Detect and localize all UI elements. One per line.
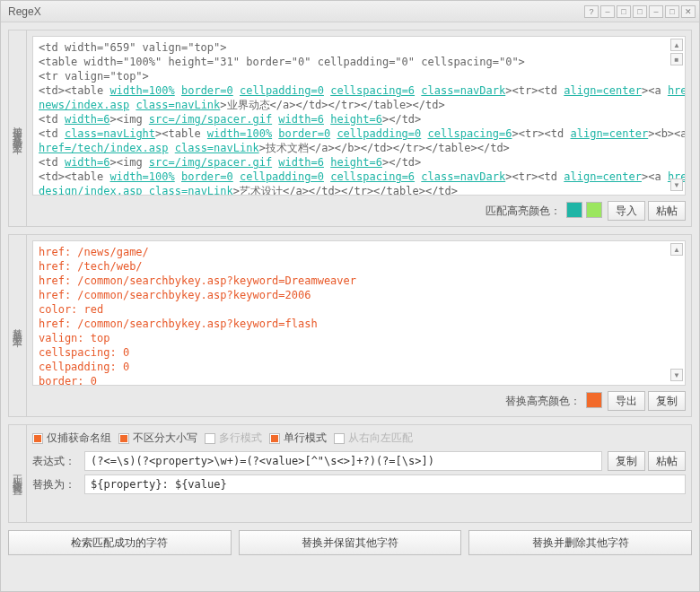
scroll-up-icon[interactable]: ▲ <box>670 243 683 256</box>
output-text-area[interactable]: href: /news/game/href: /tech/web/href: /… <box>32 240 686 386</box>
导出-button[interactable]: 导出 <box>608 391 645 411</box>
output-line: href: /news/game/ <box>39 245 667 259</box>
match-color-label: 匹配高亮颜色： <box>486 204 561 219</box>
color-swatch[interactable] <box>586 202 602 218</box>
replace-label: 替换为： <box>32 477 79 492</box>
app-title: RegeX <box>8 5 41 18</box>
checkbox-icon[interactable] <box>32 433 43 444</box>
settings-panel: 正则表达式设置 仅捕获命名组不区分大小写多行模式单行模式从右向左匹配 表达式： … <box>8 424 692 523</box>
output-side-tab[interactable]: 替换后的文本 <box>9 235 27 416</box>
expression-label: 表达式： <box>32 454 79 469</box>
scroll-mid-icon[interactable]: ■ <box>670 53 683 65</box>
导入-button[interactable]: 导入 <box>608 201 645 221</box>
output-panel: 替换后的文本 href: /news/game/href: /tech/web/… <box>8 234 692 417</box>
window-button[interactable]: □ <box>617 5 631 18</box>
checkbox-icon <box>334 433 345 444</box>
replace-input[interactable] <box>84 474 686 494</box>
output-line: valign: top <box>39 331 667 345</box>
window-button[interactable]: □ <box>633 5 647 18</box>
scroll-down-icon[interactable]: ▼ <box>670 178 683 191</box>
复制-button[interactable]: 复制 <box>608 451 645 471</box>
output-line: href: /common/searchbykey.asp?keyword=20… <box>39 288 667 302</box>
替换并删除其他字符-button[interactable]: 替换并删除其他字符 <box>468 530 692 555</box>
checkbox-icon[interactable] <box>269 433 280 444</box>
window-button[interactable]: □ <box>665 5 679 18</box>
粘帖-button[interactable]: 粘帖 <box>648 201 686 221</box>
checkbox-icon[interactable] <box>118 433 129 444</box>
window-button[interactable]: – <box>600 5 615 18</box>
input-panel: 被用于查找及替换的文本 <td width="659" valign="top"… <box>8 30 692 227</box>
output-line: cellspacing: 0 <box>39 345 667 360</box>
titlebar[interactable]: RegeX ?–□□–□✕ <box>1 1 699 22</box>
option-单行模式[interactable]: 单行模式 <box>269 431 327 446</box>
option-不区分大小写[interactable]: 不区分大小写 <box>118 431 197 446</box>
scroll-up-icon[interactable]: ▲ <box>670 39 683 51</box>
replace-color-label: 替换高亮颜色： <box>505 394 581 409</box>
window-button[interactable]: – <box>649 5 663 18</box>
粘帖-button[interactable]: 粘帖 <box>648 451 686 471</box>
checkbox-icon <box>205 433 215 444</box>
color-swatch[interactable] <box>586 392 602 408</box>
app-window: RegeX ?–□□–□✕ 被用于查找及替换的文本 <td width="659… <box>0 0 700 592</box>
替换并保留其他字符-button[interactable]: 替换并保留其他字符 <box>239 530 462 555</box>
option-仅捕获命名组[interactable]: 仅捕获命名组 <box>32 431 111 446</box>
output-line: cellpadding: 0 <box>39 360 667 374</box>
expression-input[interactable] <box>84 451 602 471</box>
scroll-down-icon[interactable]: ▼ <box>670 369 683 381</box>
output-line: href: /common/searchbykey.asp?keyword=Dr… <box>39 274 667 288</box>
action-bar: 检索匹配成功的字符替换并保留其他字符替换并删除其他字符 <box>8 530 692 555</box>
color-swatch[interactable] <box>566 202 582 218</box>
复制-button[interactable]: 复制 <box>648 391 686 411</box>
option-从右向左匹配: 从右向左匹配 <box>334 431 413 446</box>
output-line: border: 0 <box>39 374 667 385</box>
检索匹配成功的字符-button[interactable]: 检索匹配成功的字符 <box>8 530 232 555</box>
output-line: href: /tech/web/ <box>39 259 667 274</box>
window-button[interactable]: ? <box>584 5 599 18</box>
settings-side-tab[interactable]: 正则表达式设置 <box>9 425 27 522</box>
output-line: color: red <box>39 302 667 317</box>
output-line: href: /common/searchbykey.asp?keyword=fl… <box>39 317 667 331</box>
input-text-area[interactable]: <td width="659" valign="top"> <table wid… <box>32 36 686 196</box>
window-button[interactable]: ✕ <box>681 5 696 18</box>
input-side-tab[interactable]: 被用于查找及替换的文本 <box>9 30 27 226</box>
option-多行模式: 多行模式 <box>205 431 262 446</box>
